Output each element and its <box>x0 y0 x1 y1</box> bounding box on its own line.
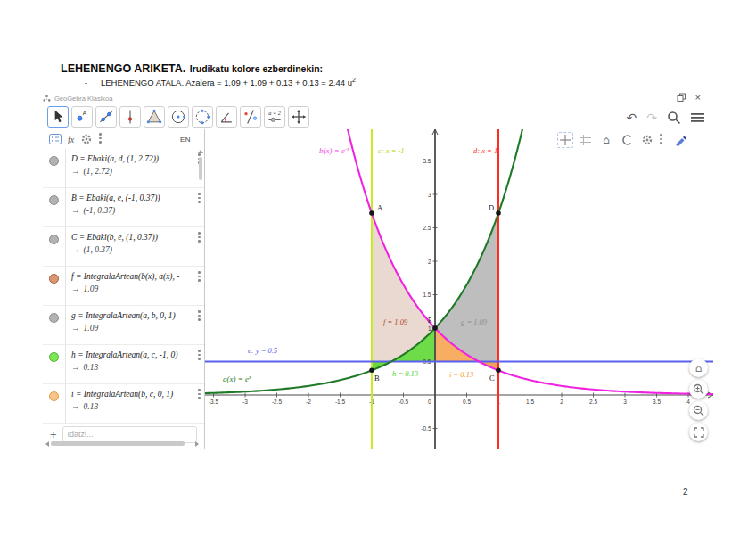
algebra-value: (-1, 0.37) <box>84 206 116 215</box>
angle-icon <box>218 108 235 126</box>
visibility-toggle[interactable] <box>49 235 59 244</box>
tool-line-button[interactable] <box>95 106 117 128</box>
algebra-panel-icon[interactable] <box>49 134 62 144</box>
move-cursor-icon <box>49 108 67 126</box>
undo-button[interactable]: ↶ <box>627 111 637 125</box>
row-menu-icon[interactable] <box>198 310 201 323</box>
visibility-toggle[interactable] <box>49 156 59 166</box>
heading-subtitle: Irudikatu kolore ezberdinekin: <box>190 63 323 74</box>
algebra-row-i[interactable]: i = IntegralaArtean(b, c, 0, 1) →0.13 <box>43 384 204 424</box>
tool-pan-button[interactable] <box>288 106 309 128</box>
graphics-view[interactable]: -3.5-3-2.5-2-1.5-1-0.50.511.522.533.543.… <box>205 129 713 449</box>
home-icon: ⌂ <box>695 362 703 374</box>
row-menu-icon[interactable] <box>198 350 201 362</box>
point-C[interactable] <box>496 367 501 373</box>
reset-view-button[interactable] <box>619 132 635 148</box>
document-subline: -LEHENENGO ATALA. Azalera = 1,09 + 1,09 … <box>85 77 356 87</box>
tool-polygon-button[interactable] <box>144 106 165 128</box>
tool-point-button[interactable]: A <box>71 106 93 128</box>
redo-button[interactable]: ↷ <box>646 111 657 125</box>
algebra-row-g[interactable]: g = IntegralaArtean(a, b, 0, 1) →1.09 <box>43 306 204 345</box>
point-A-label: A <box>377 203 383 212</box>
close-window-button[interactable]: × <box>695 93 701 102</box>
region-g-label: g = 1.09 <box>461 317 488 326</box>
x-tick-label: 3.5 <box>653 399 661 405</box>
algebra-row-f[interactable]: f = IntegralaArtean(b(x), a(x), - →1.09 <box>43 267 204 306</box>
algebra-list: D = Ebaki(a, d, (1, 2.72)) →(1, 2.72) B … <box>43 149 204 424</box>
settings-icon[interactable] <box>80 133 93 145</box>
algebra-definition: f = IntegralaArtean(b(x), a(x), - <box>71 272 204 281</box>
page-number: 2 <box>683 487 688 497</box>
x-tick-label: 0.5 <box>463 399 471 405</box>
point-D[interactable] <box>496 210 501 216</box>
algebra-value: 1.09 <box>84 324 99 333</box>
tool-angle-button[interactable] <box>216 106 237 128</box>
bullet-dash: - <box>85 78 101 87</box>
graph-canvas[interactable]: -3.5-3-2.5-2-1.5-1-0.50.511.522.533.543.… <box>205 129 713 449</box>
row-menu-icon[interactable] <box>198 389 201 401</box>
reflect-icon <box>242 108 259 126</box>
algebra-header: fx EN <box>43 129 204 149</box>
visibility-toggle[interactable] <box>49 352 59 362</box>
tool-conic-button[interactable] <box>192 106 213 128</box>
tool-slider-button[interactable]: a = 2 <box>264 106 285 128</box>
menu-button[interactable] <box>691 112 704 123</box>
tool-move-button[interactable] <box>47 106 69 128</box>
tool-perpendicular-button[interactable] <box>119 106 141 128</box>
algebra-row-h[interactable]: h = IntegralaArtean(a, c, -1, 0) →0.13 <box>43 345 204 384</box>
line-e-label: e: y = 0.5 <box>248 346 277 355</box>
axes-toggle-button[interactable] <box>557 132 573 148</box>
y-tick-label: 1.5 <box>423 292 431 298</box>
point-B[interactable] <box>369 367 374 373</box>
curve-a-label: a(x) = ex <box>223 374 251 384</box>
line-icon <box>97 108 115 126</box>
more-icon[interactable] <box>99 133 102 145</box>
y-tick-label: 3 <box>428 192 431 198</box>
graphics-settings-button[interactable] <box>639 132 655 148</box>
point-A[interactable] <box>369 210 374 216</box>
stylus-button[interactable] <box>672 132 688 148</box>
heading-title: LEHENENGO ARIKETA. <box>61 62 185 75</box>
subline-sup: 2 <box>352 77 356 83</box>
algebra-vertical-scrollbar[interactable] <box>198 150 203 292</box>
window-titlebar: GeoGebra Klasikoa × <box>43 92 713 104</box>
restore-window-button[interactable] <box>677 93 686 103</box>
algebra-horizontal-scrollbar[interactable] <box>45 440 199 447</box>
algebra-value: (1, 0.37) <box>84 245 112 254</box>
y-tick-label: 2 <box>428 259 431 265</box>
fx-icon[interactable]: fx <box>68 135 74 144</box>
algebra-value: (1, 2.72) <box>84 167 112 176</box>
geogebra-logo-icon <box>43 95 51 103</box>
fullscreen-button[interactable] <box>689 423 708 441</box>
algebra-row-C[interactable]: C = Ebaki(b, e, (1, 0.37)) →(1, 0.37) <box>43 227 204 267</box>
y-tick-label: 3.5 <box>423 158 431 164</box>
algebra-row-B[interactable]: B = Ebaki(a, e, (-1, 0.37)) →(-1, 0.37) <box>43 188 204 227</box>
algebra-definition: D = Ebaki(a, d, (1, 2.72)) <box>71 154 204 163</box>
fullscreen-icon <box>694 427 704 438</box>
standard-view-button[interactable]: ⌂ <box>689 358 708 377</box>
zoom-out-button[interactable] <box>689 401 708 420</box>
document-heading: LEHENENGO ARIKETA. Irudikatu kolore ezbe… <box>61 60 323 76</box>
point-E[interactable] <box>432 325 438 331</box>
visibility-toggle[interactable] <box>49 391 59 401</box>
grid-toggle-button[interactable] <box>578 132 594 148</box>
tool-circle-button[interactable] <box>168 106 189 128</box>
search-button[interactable] <box>667 111 681 125</box>
algebra-row-D[interactable]: D = Ebaki(a, d, (1, 2.72)) →(1, 2.72) <box>43 149 204 188</box>
main-toolbar: A <box>43 104 713 130</box>
add-input-icon[interactable]: + <box>50 429 57 440</box>
visibility-toggle[interactable] <box>49 195 59 205</box>
x-tick-label: -2 <box>306 399 311 405</box>
x-tick-label: -3.5 <box>209 399 219 405</box>
visibility-toggle[interactable] <box>49 274 59 284</box>
home-view-button[interactable]: ⌂ <box>598 132 614 148</box>
zoom-in-button[interactable] <box>689 380 708 399</box>
tool-reflect-button[interactable] <box>240 106 261 128</box>
x-tick-label: 2 <box>560 399 563 405</box>
algebra-value: 1.09 <box>84 284 99 293</box>
algebra-definition: h = IntegralaArtean(a, c, -1, 0) <box>71 350 204 359</box>
graphics-more-icon[interactable] <box>660 134 662 146</box>
algebra-definition: i = IntegralaArtean(b, c, 0, 1) <box>71 390 204 399</box>
visibility-toggle[interactable] <box>49 313 59 323</box>
circle-icon <box>169 108 187 126</box>
